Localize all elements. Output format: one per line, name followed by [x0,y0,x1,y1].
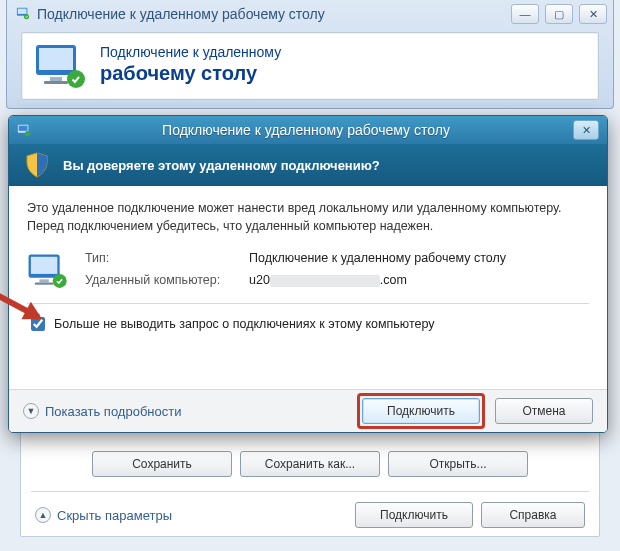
save-as-button[interactable]: Сохранить как... [240,451,380,477]
close-icon: ✕ [582,124,591,137]
svg-rect-6 [44,81,68,84]
close-button[interactable]: ✕ [579,4,607,24]
divider [27,303,589,304]
hide-params-link[interactable]: ▲ Скрыть параметры [35,507,172,523]
maximize-button[interactable]: ▢ [545,4,573,24]
rdp-monitor-icon [34,41,88,89]
dialog-title: Подключение к удаленному рабочему столу [39,122,573,138]
dialog-question-bar: Вы доверяете этому удаленному подключени… [9,144,607,186]
dialog-question-text: Вы доверяете этому удаленному подключени… [63,158,380,173]
svg-point-2 [24,14,29,19]
hide-params-label: Скрыть параметры [57,508,172,523]
host-value: u20.com [249,273,506,287]
show-details-label: Показать подробности [45,404,181,419]
svg-rect-1 [18,9,27,14]
bg-connect-button[interactable]: Подключить [355,502,473,528]
dialog-close-button[interactable]: ✕ [573,120,599,140]
dont-ask-label: Больше не выводить запрос о подключениях… [54,317,435,331]
rdp-icon [17,123,31,137]
rdp-main-window: Подключение к удаленному рабочему столу … [6,0,614,109]
window-titlebar: Подключение к удаленному рабочему столу … [7,0,613,28]
connect-highlight: Подключить [357,393,485,429]
chevron-up-icon: ▲ [35,507,51,523]
rdp-inner-panel: Подключение к удаленному рабочему столу [21,32,599,100]
svg-point-7 [67,70,85,88]
redacted-host [270,275,380,287]
svg-rect-5 [50,77,62,81]
dialog-warning-text: Это удаленное подключение может нанести … [27,200,589,235]
svg-rect-4 [39,48,73,70]
shield-icon [23,151,51,179]
host-label: Удаленный компьютер: [85,273,235,287]
svg-rect-14 [35,282,54,284]
window-title: Подключение к удаленному рабочему столу [37,6,325,22]
chevron-down-icon: ▼ [23,403,39,419]
rdp-monitor-icon [27,251,69,289]
trust-dialog: Подключение к удаленному рабочему столу … [8,115,608,433]
rdp-icon [16,6,30,20]
show-details-link[interactable]: ▼ Показать подробности [23,403,347,419]
svg-rect-9 [19,126,28,131]
type-label: Тип: [85,251,235,265]
minimize-button[interactable]: — [511,4,539,24]
save-button[interactable]: Сохранить [92,451,232,477]
bg-help-button[interactable]: Справка [481,502,585,528]
type-value: Подключение к удаленному рабочему столу [249,251,506,265]
open-button[interactable]: Открыть... [388,451,528,477]
svg-point-15 [53,274,67,288]
dialog-titlebar: Подключение к удаленному рабочему столу … [9,116,607,144]
cancel-button[interactable]: Отмена [495,398,593,424]
svg-point-10 [25,131,30,136]
header-line1: Подключение к удаленному [100,44,281,62]
connection-info: Тип: Подключение к удаленному рабочему с… [85,251,506,287]
connect-button[interactable]: Подключить [362,398,480,424]
svg-rect-13 [39,279,48,282]
rdp-main-bottom: Сохранить Сохранить как... Открыть... ▲ … [6,432,614,547]
header-line2: рабочему столу [100,61,281,86]
svg-rect-12 [31,257,57,274]
